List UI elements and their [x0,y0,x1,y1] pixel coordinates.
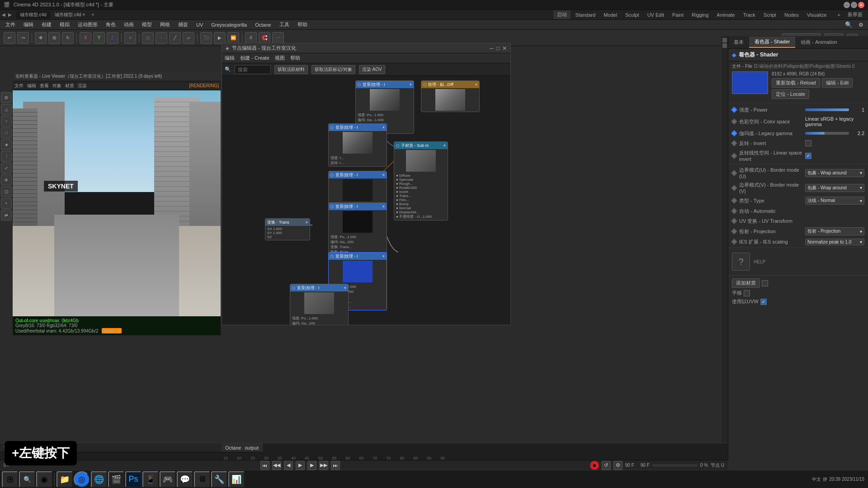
layout-animate[interactable]: Animate [713,11,738,19]
node-close-5[interactable]: × [382,173,385,177]
tab-shader[interactable]: 着色器 - Shader [749,37,795,48]
add-material-checkbox[interactable] [762,280,768,286]
prev-keyframe-btn[interactable]: ◀ [284,461,293,470]
node-close-3[interactable]: × [382,125,385,130]
play-btn[interactable]: ▶ [296,461,305,470]
nem-help[interactable]: 帮助 [290,55,300,61]
left-action-button[interactable]: +左键按下 [5,441,77,465]
scale-tool[interactable]: ⊞ [48,32,60,44]
vp-file[interactable]: 文件 [14,83,24,89]
prop-diamond-invert[interactable] [731,140,737,146]
menu-help[interactable]: 帮助 [294,20,311,29]
prop-diamond-gamma[interactable] [731,130,737,136]
prop-diamond-linear[interactable] [731,152,737,159]
vp-objects[interactable]: 对象 [52,83,61,89]
prop-diamond-proj[interactable] [731,228,737,235]
vp-edit[interactable]: 编辑 [27,83,36,89]
layout-startup[interactable]: 启动 [553,10,571,19]
node-close-6[interactable]: × [306,220,308,225]
tab-animation[interactable]: 动画 - Animation [795,37,843,47]
tab-basic[interactable]: 基本 [728,37,749,47]
strip-btn-1[interactable] [722,38,727,42]
taskbar-app5[interactable]: 🔧 [211,471,227,488]
rotate-tool[interactable]: ↻ [62,32,74,44]
node-texture-7[interactable]: 贫景(纹理 - I × 强度: Po...1.000 伽玛: Ga...200 … [328,202,387,256]
strip-btn-2[interactable] [722,43,727,48]
power-slider-track[interactable] [805,108,849,111]
taskbar-app1[interactable]: 📱 [142,471,159,488]
settings-icon[interactable]: ⚙ [856,21,866,29]
reload-btn[interactable]: 重新加载 - Reload [772,78,820,88]
layout-script[interactable]: Script [760,11,780,19]
mode-btn-8[interactable]: ⊕ [1,174,12,185]
add-material-btn[interactable]: 添加材质 [732,278,760,288]
taskbar-cortana[interactable]: ◉ [36,471,52,488]
prop-select-type[interactable]: 法线 - Normal ▾ [805,197,864,205]
ne-search-input[interactable] [235,65,271,74]
snap-btn[interactable]: 🧲 [259,32,270,44]
mode-btn-9[interactable]: ◫ [1,186,12,197]
edit-btn[interactable]: 编辑 - Edit [822,78,853,88]
menu-tools[interactable]: 工具 [276,20,293,29]
node-editor-close[interactable]: ✕ [502,45,507,52]
mode-btn-4[interactable]: □ [1,127,12,138]
prev-frame-btn[interactable]: ◀◀ [272,461,281,470]
color-swatch[interactable] [732,71,768,94]
new-workspace-label[interactable]: 新界面 [844,10,866,19]
taskbar-app2[interactable]: 🎮 [160,471,176,488]
prop-select-border-v[interactable]: 包裹 - Wrap around ▾ [805,184,864,192]
nem-view[interactable]: 视图 [275,55,285,61]
prop-select-projection[interactable]: 投射 - Projection ▾ [805,227,864,235]
prop-checkbox-linear[interactable] [805,153,811,159]
z-axis-btn[interactable]: Z [107,32,118,44]
record-btn[interactable]: ● [590,461,599,470]
mode-btn-5[interactable]: ◈ [1,139,12,150]
layout-uvedit[interactable]: UV Edit [644,11,668,19]
menu-edit[interactable]: 编辑 [20,20,37,29]
option2-checkbox[interactable] [760,299,767,305]
loop-btn[interactable]: ↺ [602,461,611,470]
layout-model[interactable]: Model [600,11,621,19]
menu-mesh[interactable]: 网格 [156,20,174,29]
prop-diamond-auto[interactable] [731,208,737,214]
node-texture-3[interactable]: 贫景(纹理 - I × 强度: I... 反转: I... [328,123,387,167]
viewport-image[interactable]: SKYNET [13,90,221,316]
prop-diamond-type[interactable] [731,197,737,204]
node-close-7[interactable]: × [382,204,385,209]
vp-view[interactable]: 查看 [40,83,49,89]
ne-get-active-btn[interactable]: 获取活跃标记/对象 [311,65,355,74]
node-canvas[interactable]: 贫景(纹理 - I × 强度: Po...1.000 伽玛: Ga...1.00… [222,76,510,325]
new-tab-btn[interactable]: + [90,11,96,18]
new-workspace-btn[interactable]: + [835,11,843,19]
taskbar-chrome[interactable]: ◎ [74,471,90,488]
search-icon[interactable]: 🔍 [842,20,855,29]
node-close-9[interactable]: × [344,286,346,290]
prop-diamond-power[interactable] [731,107,737,113]
locate-btn[interactable]: 定位 - Locate [772,89,809,99]
prop-checkbox-invert[interactable] [805,140,811,146]
menu-uv[interactable]: UV [193,21,207,28]
taskbar-photoshop[interactable]: Ps [125,471,142,488]
layout-standard[interactable]: Standard [571,11,599,19]
render-region[interactable]: ⬛ [200,32,212,44]
mode-btn-2[interactable]: △ [1,104,12,115]
prop-diamond-bv[interactable] [731,184,737,191]
node-editor-maximize[interactable]: □ [496,45,500,52]
mode-btn-10[interactable]: + [1,198,12,209]
node-close-2[interactable]: × [475,82,477,87]
menu-create[interactable]: 创建 [38,20,55,29]
taskbar-search[interactable]: 🔍 [19,471,35,488]
taskbar-app6[interactable]: 📊 [228,471,245,488]
option1-checkbox[interactable] [744,290,750,296]
prop-diamond-ies[interactable] [731,239,737,245]
mode-btn-1[interactable]: ⊞ [1,92,12,103]
layout-nodes[interactable]: Nodes [781,11,802,19]
vp-render[interactable]: 渲染 [78,83,87,89]
mode-btn-11[interactable]: ⇄ [1,210,12,221]
prop-diamond-cs[interactable] [731,118,737,125]
menu-char[interactable]: 角色 [102,20,119,29]
render-progress-track[interactable] [652,464,698,467]
redo-btn[interactable]: ↪ [17,32,29,44]
minimize-btn[interactable]: ─ [844,2,850,8]
taskbar-c4d[interactable]: 🎬 [108,471,124,488]
